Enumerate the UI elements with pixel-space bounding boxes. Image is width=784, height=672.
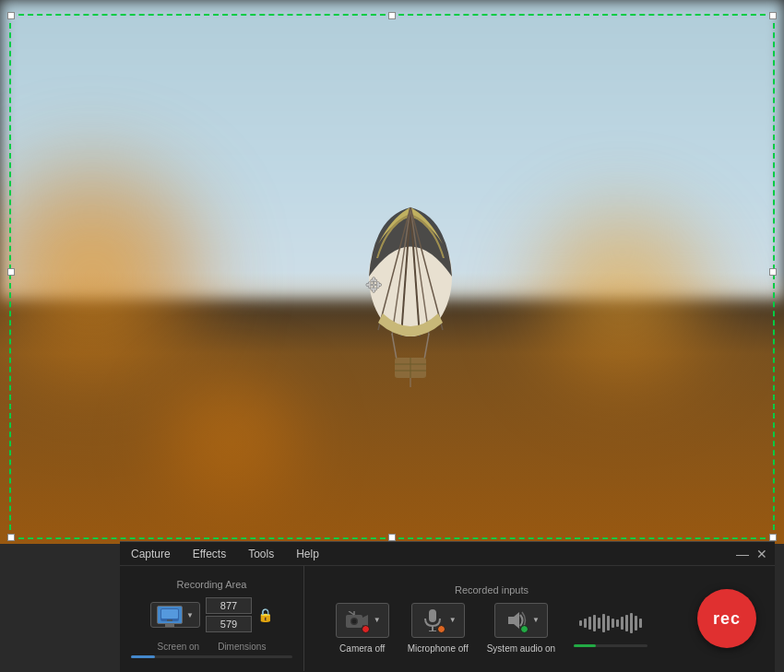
menu-help[interactable]: Help [292, 546, 323, 562]
rec-button[interactable]: rec [697, 589, 756, 648]
screen-progress-bar [131, 655, 292, 658]
audio-waveform-control [574, 609, 647, 647]
svg-line-8 [424, 334, 429, 360]
screen-dropdown-arrow: ▼ [186, 611, 194, 619]
handle-middle-left[interactable] [7, 268, 15, 276]
handle-bottom-right[interactable] [769, 534, 777, 541]
wave-bar-4 [593, 615, 596, 631]
handle-top-center[interactable] [388, 12, 396, 19]
camera-status-dot [362, 625, 370, 633]
wave-bar-13 [635, 616, 637, 631]
screen-select-button[interactable]: ▼ [150, 602, 200, 628]
recorded-inputs-section: Recorded inputs [304, 566, 679, 671]
microphone-status-dot [437, 625, 445, 633]
svg-line-22 [349, 611, 354, 615]
sub-labels: Screen on Dimensions [158, 642, 267, 652]
handle-bottom-center[interactable] [388, 534, 396, 541]
svg-marker-27 [508, 612, 519, 629]
system-audio-label: System audio on [487, 643, 556, 654]
width-input[interactable] [206, 597, 252, 614]
recording-area-label: Recording Area [177, 579, 247, 590]
svg-text:✥: ✥ [365, 274, 382, 297]
menu-capture[interactable]: Capture [127, 546, 174, 562]
camera-control: ▼ Camera off [336, 603, 389, 654]
audio-progress-bar [574, 644, 647, 647]
area-controls: ▼ 🔒 [150, 597, 273, 632]
camera-button[interactable]: ▼ [336, 603, 389, 638]
system-audio-control: ▼ System audio on [487, 603, 556, 654]
svg-point-20 [351, 619, 356, 623]
move-cursor-icon: ✥ [360, 272, 387, 300]
system-audio-button[interactable]: ▼ [494, 603, 548, 638]
wave-bar-12 [630, 613, 633, 633]
audio-waveform [574, 609, 647, 637]
microphone-dropdown-arrow: ▼ [449, 616, 457, 624]
wave-bar-3 [588, 617, 591, 630]
handle-bottom-left[interactable] [7, 534, 15, 541]
capture-area: ✥ [0, 0, 784, 544]
recording-area-section: Recording Area ▼ [120, 566, 304, 671]
microphone-label: Microphone off [408, 643, 469, 654]
camera-label: Camera off [339, 643, 385, 654]
minimize-button[interactable]: — [736, 548, 749, 560]
wave-bar-1 [579, 620, 582, 626]
dimensions-label: Dimensions [218, 642, 266, 652]
wave-bar-2 [584, 619, 587, 628]
height-input[interactable] [206, 616, 252, 632]
wave-bar-7 [607, 616, 610, 631]
svg-rect-16 [161, 609, 178, 619]
audio-progress-fill [574, 644, 596, 647]
wave-bar-8 [612, 619, 614, 628]
control-bar: Capture Effects Tools Help — ✕ Recording… [120, 541, 775, 672]
system-audio-dropdown-arrow: ▼ [532, 616, 540, 624]
inputs-row: ▼ Camera off [336, 603, 647, 654]
window-controls: — ✕ [736, 548, 767, 560]
audio-icon-wrap [503, 607, 529, 633]
camera-icon-wrap [344, 607, 370, 633]
svg-rect-24 [429, 609, 436, 622]
microphone-button[interactable]: ▼ [411, 603, 465, 638]
rec-button-section: rec [679, 589, 775, 648]
lock-icon[interactable]: 🔒 [257, 607, 273, 622]
handle-top-left[interactable] [7, 12, 15, 19]
dimensions-group [206, 597, 252, 632]
wave-bar-5 [598, 618, 600, 629]
screen-icon [157, 606, 183, 624]
svg-line-7 [392, 334, 397, 360]
menu-tools[interactable]: Tools [244, 546, 278, 562]
wave-bar-9 [616, 619, 619, 627]
rec-label: rec [713, 609, 741, 629]
handle-top-right[interactable] [769, 12, 777, 19]
menu-bar: Capture Effects Tools Help — ✕ [120, 542, 775, 566]
screen-on-label: Screen on [158, 642, 200, 652]
wave-bar-14 [639, 619, 642, 628]
svg-rect-17 [167, 619, 172, 621]
screen-progress-fill [131, 655, 155, 658]
controls-main: Recording Area ▼ [120, 566, 775, 671]
recorded-inputs-label: Recorded inputs [455, 584, 529, 595]
handle-middle-right[interactable] [769, 268, 777, 276]
wave-bar-10 [621, 617, 624, 630]
menu-effects[interactable]: Effects [189, 546, 230, 562]
system-audio-status-dot [520, 625, 529, 633]
wave-bar-6 [602, 614, 605, 632]
camera-dropdown-arrow: ▼ [374, 616, 381, 624]
wave-bar-11 [625, 615, 628, 631]
close-button[interactable]: ✕ [756, 548, 767, 560]
microphone-control: ▼ Microphone off [408, 603, 469, 654]
mic-icon-wrap [420, 607, 445, 633]
